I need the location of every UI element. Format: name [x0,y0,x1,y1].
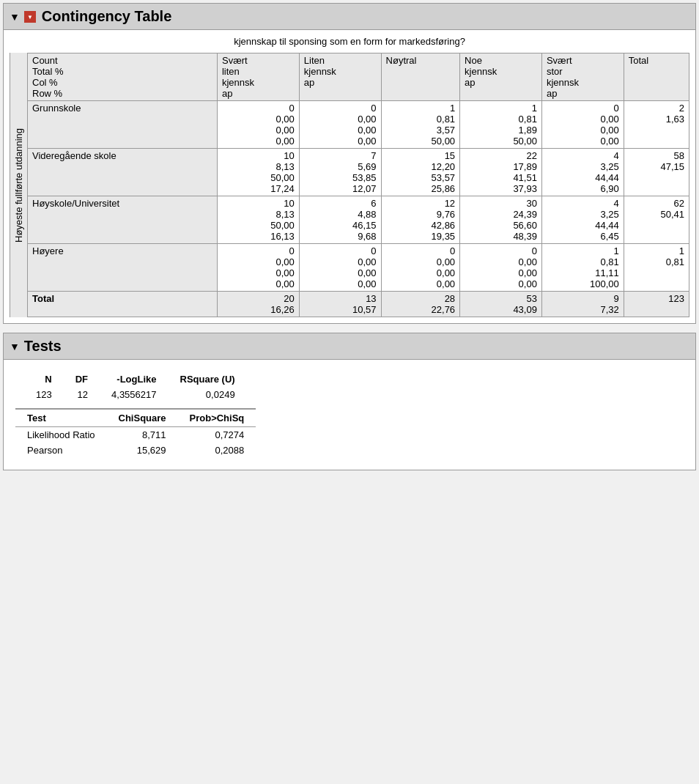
ct-cell-4-2: 2822,76 [381,292,460,317]
tests-cell-1-2: 0,2088 [178,443,256,458]
ct-cell-2-1: 64,8846,159,68 [299,196,381,244]
tests-top-value-row: 123 12 4,3556217 0,0249 [24,387,247,402]
header-row: Count Total % Col % Row % Svært liten kj… [28,53,689,101]
col-header-0: Svært liten kjennsk ap [217,53,299,101]
ct-row-1: Videregående skole108,1350,0017,2475,695… [28,149,689,196]
tests-content: N DF -LogLike RSquare (U) 123 12 4,35562… [3,360,696,470]
ct-cell-1-0: 108,1350,0017,24 [217,149,299,196]
tests-top-val-n: 123 [24,387,64,402]
contingency-content: kjennskap til sponsing som en form for m… [3,30,696,324]
col-header-total-l1: Total [629,55,684,66]
contingency-section-header[interactable]: ▼ Contingency Table [3,3,696,30]
ct-row-header-4: Total [28,292,218,317]
ct-cell-3-1: 00,000,000,00 [299,244,381,292]
contingency-subtitle: kjennskap til sponsing som en form for m… [10,36,689,47]
tests-top-header-df: DF [64,371,100,387]
tests-collapse-triangle[interactable]: ▼ [10,341,20,352]
tests-section-header[interactable]: ▼ Tests [3,333,696,360]
ct-cell-1-1: 75,6953,8512,07 [299,149,381,196]
tests-cell-0-2: 0,7274 [178,427,256,443]
ct-cell-3-4: 10,8111,11100,00 [541,244,624,292]
ct-cell-2-3: 3024,3956,6048,39 [460,196,542,244]
ct-row-3: Høyere00,000,000,0000,000,000,0000,000,0… [28,244,689,292]
col-header-4-l2: stor [547,66,619,77]
contingency-table-wrapper: Høyeste fullførte utdanning Count Total … [10,53,689,317]
tests-cell-0-0: Likelihood Ratio [15,427,107,443]
ct-row-header-0: Grunnskole [28,101,218,149]
col-header-1-l1: Liten [304,55,377,66]
contingency-title: Contingency Table [42,8,171,25]
col-header-3-l1: Noe [465,55,537,66]
tests-bottom-header-test: Test [15,409,107,427]
ct-cell-2-2: 129,7642,8619,35 [381,196,460,244]
ct-cell-0-0: 00,000,000,00 [217,101,299,149]
ct-row-4: Total2016,261310,572822,765343,0997,3212… [28,292,689,317]
tests-top-val-df: 12 [64,387,100,402]
ct-cell-1-2: 1512,2053,5725,86 [381,149,460,196]
ct-cell-0-2: 10,813,5750,00 [381,101,460,149]
ct-row-header-3: Høyere [28,244,218,292]
tests-top-table: N DF -LogLike RSquare (U) 123 12 4,35562… [24,371,247,402]
col-header-0-l2: liten [222,66,295,77]
tests-top-header-loglike: -LogLike [100,371,168,387]
ct-row-0: Grunnskole00,000,000,0000,000,000,0010,8… [28,101,689,149]
tests-top-val-loglike: 4,3556217 [100,387,168,402]
col-header-3: Noe kjennsk ap [460,53,542,101]
tests-bottom-tbody: Likelihood Ratio8,7110,7274Pearson15,629… [15,427,256,459]
ct-cell-4-5: 123 [624,292,689,317]
ct-row-header-2: Høyskole/Universitet [28,196,218,244]
ct-cell-4-3: 5343,09 [460,292,542,317]
contingency-table-area: Count Total % Col % Row % Svært liten kj… [27,53,689,317]
col-header-2-l1: Nøytral [386,55,456,66]
ct-cell-0-4: 00,000,000,00 [541,101,624,149]
tests-cell-1-0: Pearson [15,443,107,458]
tests-bottom-table: Test ChiSquare Prob>ChiSq Likelihood Rat… [15,408,256,458]
collapse-triangle[interactable]: ▼ [10,11,20,23]
ct-cell-1-5: 5847,15 [624,149,689,196]
tests-top-val-rsquare: 0,0249 [169,387,247,402]
corner-label-rowpct: Row % [32,88,212,99]
row-axis-label: Høyeste fullførte utdanning [10,53,27,317]
tests-bottom-header-prob: Prob>ChiSq [178,409,256,427]
ct-cell-2-4: 43,2544,446,45 [541,196,624,244]
col-header-4-l4: ap [547,88,619,99]
ct-cell-0-3: 10,811,8950,00 [460,101,542,149]
ct-cell-0-5: 21,63 [624,101,689,149]
tests-top-header-rsquare: RSquare (U) [169,371,247,387]
col-header-4-l1: Svært [547,55,619,66]
tests-row-1: Pearson15,6290,2088 [15,443,256,458]
col-header-1-l2: kjennsk [304,66,377,77]
tests-cell-0-1: 8,711 [107,427,178,443]
col-header-0-l3: kjennsk [222,77,295,88]
tests-cell-1-1: 15,629 [107,443,178,458]
col-header-total: Total [624,53,689,101]
col-header-2: Nøytral [381,53,460,101]
ct-cell-2-5: 6250,41 [624,196,689,244]
col-header-4-l3: kjennsk [547,77,619,88]
col-header-4: Svært stor kjennsk ap [541,53,624,101]
ct-cell-1-4: 43,2544,446,90 [541,149,624,196]
col-header-0-l4: ap [222,88,295,99]
contingency-tbody: Grunnskole00,000,000,0000,000,000,0010,8… [28,101,689,317]
ct-cell-2-0: 108,1350,0016,13 [217,196,299,244]
corner-label-totpct: Total % [32,66,212,77]
tests-bottom-header-chisq: ChiSquare [107,409,178,427]
menu-icon[interactable] [24,11,36,23]
ct-cell-3-0: 00,000,000,00 [217,244,299,292]
ct-cell-4-4: 97,32 [541,292,624,317]
ct-cell-3-2: 00,000,000,00 [381,244,460,292]
ct-cell-1-3: 2217,8941,5137,93 [460,149,542,196]
ct-row-header-1: Videregående skole [28,149,218,196]
tests-row-0: Likelihood Ratio8,7110,7274 [15,427,256,443]
tests-top-header-row: N DF -LogLike RSquare (U) [24,371,247,387]
corner-label-colpct: Col % [32,77,212,88]
ct-cell-0-1: 00,000,000,00 [299,101,381,149]
corner-header: Count Total % Col % Row % [28,53,218,101]
ct-cell-3-5: 10,81 [624,244,689,292]
col-header-1: Liten kjennsk ap [299,53,381,101]
col-header-0-l1: Svært [222,55,295,66]
contingency-table: Count Total % Col % Row % Svært liten kj… [27,53,689,317]
tests-title: Tests [24,338,62,355]
outer-container: ▼ Contingency Table kjennskap til sponsi… [0,0,699,482]
corner-label-count: Count [32,55,212,66]
